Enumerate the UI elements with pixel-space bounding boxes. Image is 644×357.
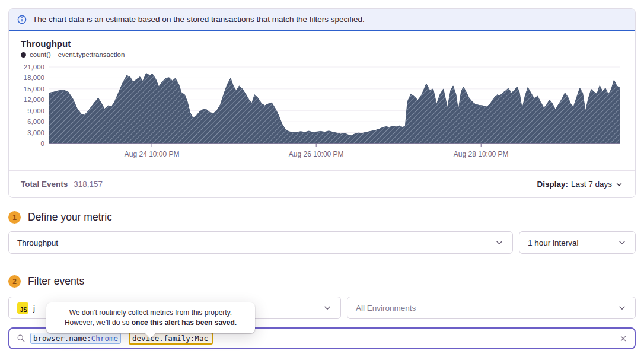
interval-select[interactable]: 1 hour interval bbox=[519, 231, 636, 254]
display-label: Display: bbox=[537, 180, 568, 189]
step2-title: Filter events bbox=[28, 275, 84, 288]
display-value: Last 7 days bbox=[571, 180, 612, 189]
tooltip-line2: However, we’ll do so once this alert has… bbox=[53, 318, 248, 328]
environment-select[interactable]: All Environments bbox=[347, 297, 636, 319]
display-period-dropdown[interactable]: Display: Last 7 days bbox=[537, 180, 623, 189]
x-axis-tick-label: Aug 24 10:00 PM bbox=[125, 150, 180, 158]
filter-token-device-family[interactable]: device.family:Mac bbox=[129, 332, 213, 345]
chevron-down-icon bbox=[495, 238, 504, 247]
y-axis-tick-label: 3,000 bbox=[27, 129, 44, 136]
y-axis-tick-label: 0 bbox=[41, 140, 44, 147]
total-events-value: 318,157 bbox=[74, 180, 103, 189]
property-tooltip: We don’t routinely collect metrics from … bbox=[46, 302, 255, 333]
throughput-chart: 03,0006,0009,00012,00015,00018,00021,000… bbox=[21, 58, 623, 160]
y-axis-tick-label: 18,000 bbox=[24, 74, 44, 81]
info-banner: The chart data is an estimate based on t… bbox=[9, 9, 635, 31]
token-text: device.family:Mac bbox=[132, 334, 208, 343]
legend-series-label: count() bbox=[30, 51, 51, 58]
tooltip-line2-bold: once this alert has been saved. bbox=[132, 318, 237, 327]
y-axis-tick-label: 12,000 bbox=[24, 96, 44, 103]
y-axis-tick-label: 21,000 bbox=[24, 63, 44, 71]
total-events-label: Total Events bbox=[21, 180, 68, 189]
y-axis-tick-label: 9,000 bbox=[27, 107, 44, 114]
x-axis-tick-label: Aug 26 10:00 PM bbox=[289, 150, 344, 158]
javascript-platform-icon: JS bbox=[17, 302, 28, 314]
alert-builder-page: The chart data is an estimate based on t… bbox=[0, 0, 644, 357]
chevron-down-icon bbox=[615, 180, 623, 189]
chevron-down-icon bbox=[617, 303, 627, 313]
step1-number-badge: 1 bbox=[8, 211, 21, 224]
text-cursor bbox=[209, 334, 210, 343]
step1-heading: 1 Define your metric bbox=[8, 211, 636, 224]
filter-token-browser-name[interactable]: browser.name:Chrome bbox=[30, 333, 121, 344]
interval-select-value: 1 hour interval bbox=[528, 238, 579, 247]
environment-select-value: All Environments bbox=[356, 304, 416, 313]
y-axis-tick-label: 15,000 bbox=[24, 85, 44, 93]
search-icon bbox=[17, 334, 25, 343]
chart-card-footer: Total Events 318,157 Display: Last 7 day… bbox=[9, 170, 635, 197]
chart-legend: count() event.type:transaction bbox=[21, 51, 623, 58]
info-banner-text: The chart data is an estimate based on t… bbox=[33, 15, 365, 24]
legend-dot-icon bbox=[21, 52, 26, 58]
close-icon bbox=[619, 334, 627, 343]
metric-select-value: Throughput bbox=[17, 238, 58, 247]
chart-title: Throughput bbox=[21, 39, 623, 49]
clear-search-button[interactable] bbox=[619, 334, 627, 343]
metric-select[interactable]: Throughput bbox=[8, 231, 513, 254]
metric-row: Throughput 1 hour interval bbox=[8, 231, 636, 254]
throughput-area-series bbox=[49, 73, 620, 144]
chevron-down-icon bbox=[323, 303, 332, 313]
token-key: browser.name: bbox=[33, 334, 91, 343]
y-axis-tick-label: 6,000 bbox=[27, 118, 44, 125]
info-icon bbox=[17, 15, 27, 24]
chart-card: The chart data is an estimate based on t… bbox=[8, 8, 636, 198]
project-select-value: j bbox=[33, 304, 35, 313]
token-value: Chrome bbox=[91, 334, 118, 343]
step1-title: Define your metric bbox=[28, 211, 112, 224]
x-axis-tick-label: Aug 28 10:00 PM bbox=[454, 150, 509, 158]
tooltip-line1: We don’t routinely collect metrics from … bbox=[53, 308, 248, 318]
chevron-down-icon bbox=[617, 238, 627, 247]
step2-number-badge: 2 bbox=[8, 275, 21, 288]
step2-heading: 2 Filter events bbox=[8, 275, 636, 288]
legend-query-label: event.type:transaction bbox=[58, 51, 125, 58]
chart-section: Throughput count() event.type:transactio… bbox=[9, 31, 635, 170]
